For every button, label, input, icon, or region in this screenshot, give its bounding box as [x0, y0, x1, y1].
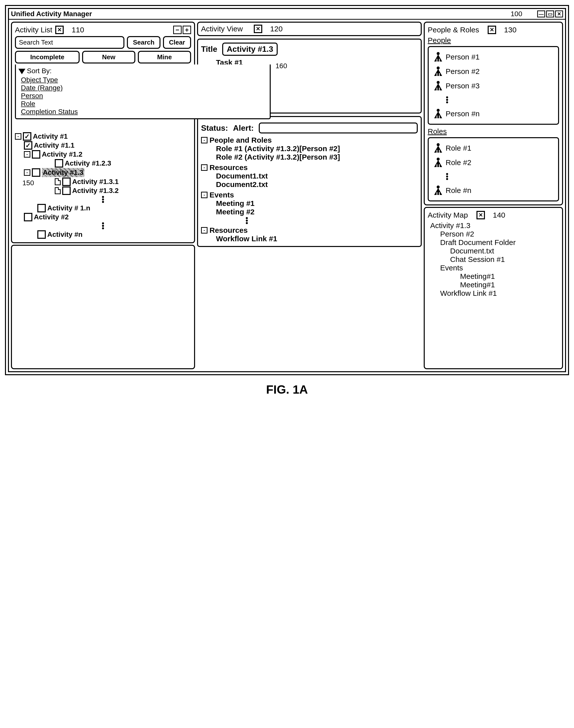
panel-close-icon[interactable]: ✕ [254, 25, 262, 33]
tree-toggle-icon[interactable]: - [24, 151, 30, 158]
role-1[interactable]: Role #1 (Activity #1.3.2)[Person #2] [216, 144, 418, 153]
checkbox[interactable] [62, 178, 71, 186]
people-label: People [428, 36, 451, 45]
document-2[interactable]: Document2.txt [216, 180, 418, 189]
checkbox[interactable] [37, 230, 46, 239]
right-column: People & Roles ✕ 130 People Person #1 Pe… [424, 22, 563, 369]
activity-1-2[interactable]: Activity #1.2 [42, 150, 82, 158]
activity-1-3-1[interactable]: Activity #1.3.1 [72, 178, 119, 186]
panel-close-icon[interactable]: ✕ [488, 26, 496, 34]
person-2[interactable]: Person #2 [446, 67, 480, 76]
map-activity[interactable]: Activity #1.3 [430, 221, 559, 230]
ref-100: 100 [510, 10, 522, 18]
ref-110: 110 [72, 26, 84, 34]
map-workflow[interactable]: Workflow Link #1 [440, 289, 559, 298]
app-window: Unified Activity Manager 100 — ▭ ✕ Activ… [8, 8, 566, 372]
map-person[interactable]: Person #2 [440, 230, 559, 238]
section-toggle-icon[interactable]: - [201, 164, 207, 171]
document-icon [55, 187, 61, 194]
ref-150: 150 [23, 179, 34, 187]
checkbox[interactable] [32, 150, 40, 159]
events-section[interactable]: Events [209, 191, 234, 199]
people-roles-section[interactable]: People and Roles [209, 136, 272, 144]
checkbox-checked[interactable] [24, 141, 32, 150]
people-roles-panel: People & Roles ✕ 130 People Person #1 Pe… [424, 22, 563, 205]
meeting-2[interactable]: Meeting #2 [216, 208, 418, 216]
activity-1-3-selected[interactable]: Activity #1.3 [42, 168, 84, 177]
checkbox[interactable] [24, 213, 32, 221]
meeting-1[interactable]: Meeting #1 [216, 199, 418, 208]
alert-label: Alert: [233, 123, 254, 133]
close-icon[interactable]: ✕ [555, 10, 563, 17]
activity-2[interactable]: Activity #2 [34, 213, 69, 221]
activity-1-1[interactable]: Activity #1.1 [34, 142, 74, 149]
tree-toggle-icon[interactable]: - [15, 133, 22, 140]
section-toggle-icon[interactable]: - [201, 192, 207, 198]
sort-date-range[interactable]: Date (Range) [21, 84, 267, 92]
role-2[interactable]: Role #2 (Activity #1.3.2)[Person #3] [216, 153, 418, 161]
new-button[interactable]: New [82, 51, 135, 64]
search-input[interactable]: Search Text [15, 36, 124, 49]
sort-role[interactable]: Role [21, 100, 267, 108]
minimize-icon[interactable]: — [537, 10, 545, 17]
map-meeting-2[interactable]: Meeting#1 [460, 280, 559, 289]
panel-close-icon[interactable]: ✕ [477, 211, 485, 219]
expand-icon[interactable]: + [182, 26, 191, 34]
activity-1[interactable]: Activity #1 [33, 132, 68, 141]
activity-view-title: Activity View [201, 25, 243, 33]
map-folder[interactable]: Draft Document Folder [440, 238, 559, 247]
titlebar: Unified Activity Manager 100 — ▭ ✕ [9, 9, 565, 20]
clear-button[interactable]: Clear [163, 36, 191, 49]
ref-140: 140 [493, 211, 505, 219]
people-roles-title: People & Roles [428, 26, 479, 34]
activity-1-n[interactable]: Activity # 1.n [47, 204, 90, 212]
empty-panel-bottom-left [11, 245, 195, 369]
activity-n[interactable]: Activity #n [47, 231, 83, 238]
sort-by-label: Sort By: [27, 67, 52, 75]
document-icon [55, 178, 61, 185]
person-n[interactable]: Person #n [446, 110, 480, 118]
alert-box [259, 122, 418, 133]
checkbox[interactable] [32, 168, 40, 177]
activity-1-2-3[interactable]: Activity #1.2.3 [65, 159, 111, 167]
checkbox[interactable] [62, 187, 71, 195]
resources-section[interactable]: Resources [209, 163, 248, 172]
checkbox-checked[interactable] [23, 132, 31, 141]
sort-object-type[interactable]: Object Type [21, 76, 267, 84]
people-list: Person #1 Person #2 Person #3 Person #n [428, 46, 559, 125]
resources-section-2[interactable]: Resources [209, 226, 248, 234]
person-3[interactable]: Person #3 [446, 82, 480, 90]
person-icon [434, 52, 443, 62]
activity-tree: -Activity #1 Activity #1.1 -Activity #1.… [15, 132, 191, 239]
role-icon [434, 143, 443, 153]
map-meeting-1[interactable]: Meeting#1 [460, 272, 559, 280]
role-n[interactable]: Role #n [446, 186, 471, 195]
map-chat[interactable]: Chat Session #1 [450, 255, 559, 264]
role-1[interactable]: Role #1 [446, 144, 471, 152]
incomplete-button[interactable]: Incomplete [15, 51, 80, 64]
mine-button[interactable]: Mine [138, 51, 191, 64]
sort-completion-status[interactable]: Completion Status [21, 108, 267, 116]
map-document[interactable]: Document.txt [450, 247, 559, 255]
document-1[interactable]: Document1.txt [216, 172, 418, 180]
status-label: Status: [201, 123, 228, 133]
checkbox[interactable] [37, 204, 46, 213]
sort-person[interactable]: Person [21, 92, 267, 100]
person-icon [434, 81, 443, 91]
map-events[interactable]: Events [440, 264, 559, 272]
person-1[interactable]: Person #1 [446, 53, 480, 61]
dropdown-icon[interactable] [18, 69, 26, 74]
workflow-link[interactable]: Workflow Link #1 [216, 234, 418, 243]
role-2[interactable]: Role #2 [446, 158, 471, 167]
section-toggle-icon[interactable]: - [201, 137, 207, 143]
collapse-icon[interactable]: − [173, 26, 181, 34]
section-toggle-icon[interactable]: - [201, 227, 207, 234]
checkbox[interactable] [55, 159, 63, 167]
activity-1-3-2[interactable]: Activity #1.3.2 [72, 187, 119, 195]
main-content: Activity List ✕ 110 − + Search Text Sear… [9, 20, 565, 371]
panel-close-icon[interactable]: ✕ [55, 26, 64, 34]
tree-toggle-icon[interactable]: - [24, 169, 30, 176]
maximize-icon[interactable]: ▭ [546, 10, 554, 17]
search-button[interactable]: Search [127, 36, 161, 49]
person-icon [434, 109, 443, 119]
